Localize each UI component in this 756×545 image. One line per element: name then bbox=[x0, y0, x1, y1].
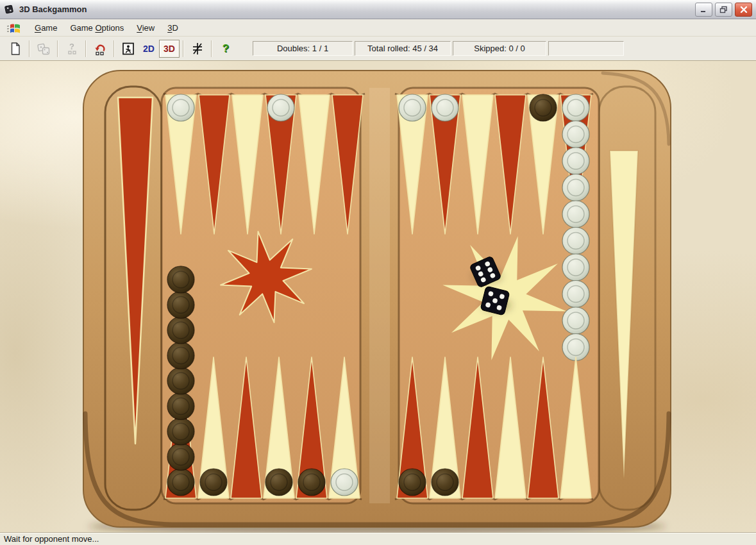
roll-dice-button[interactable] bbox=[33, 40, 54, 58]
edit-position-icon bbox=[121, 41, 136, 56]
help-icon: ? bbox=[223, 42, 229, 55]
checker-white[interactable] bbox=[562, 228, 589, 255]
skipped-panel: Skipped: 0 / 0 bbox=[453, 41, 546, 56]
menu-3d[interactable]: 3D bbox=[161, 21, 185, 35]
toolbar-separator bbox=[113, 40, 115, 57]
app-icon bbox=[4, 4, 15, 15]
checker-brown[interactable] bbox=[167, 367, 194, 394]
checker-white[interactable] bbox=[432, 94, 458, 121]
toolbar: ? 2D 3D bbox=[0, 37, 756, 61]
restore-icon bbox=[719, 6, 728, 13]
view-3d-button[interactable]: 3D bbox=[159, 40, 180, 58]
edit-position-button[interactable] bbox=[118, 40, 139, 58]
application-window: 3D Backgammon bbox=[0, 0, 756, 545]
checker-brown[interactable] bbox=[167, 469, 194, 496]
checker-white[interactable] bbox=[562, 174, 589, 201]
checker-white[interactable] bbox=[562, 307, 589, 334]
new-game-button[interactable] bbox=[5, 40, 26, 58]
checker-brown[interactable] bbox=[298, 469, 325, 496]
close-button[interactable] bbox=[735, 3, 752, 17]
close-icon bbox=[740, 6, 748, 13]
backgammon-board[interactable] bbox=[0, 61, 756, 532]
toolbar-separator bbox=[211, 40, 212, 57]
toolbar-status-panels: Doubles: 1 / 1 Total rolled: 45 / 34 Ski… bbox=[253, 41, 624, 56]
menu-game-options[interactable]: Game Options bbox=[63, 21, 130, 35]
checker-white[interactable] bbox=[562, 94, 589, 121]
game-area bbox=[0, 61, 756, 532]
centre-bar bbox=[369, 88, 390, 503]
checker-white[interactable] bbox=[331, 469, 358, 496]
restore-button[interactable] bbox=[715, 3, 732, 17]
status-bar: Wait for opponent move... bbox=[0, 532, 756, 545]
checker-brown[interactable] bbox=[432, 469, 458, 496]
checker-brown[interactable] bbox=[530, 94, 557, 121]
board-marks-button[interactable] bbox=[187, 40, 208, 58]
checker-brown[interactable] bbox=[167, 317, 194, 344]
toolbar-separator bbox=[57, 40, 58, 57]
undo-move-icon bbox=[92, 41, 108, 56]
checker-white[interactable] bbox=[562, 254, 589, 281]
view-2d-button[interactable]: 2D bbox=[139, 40, 159, 58]
toolbar-separator bbox=[85, 40, 87, 57]
checker-brown[interactable] bbox=[265, 469, 292, 496]
menu-bar: Game Game Options View 3D bbox=[0, 19, 756, 37]
new-document-icon bbox=[8, 41, 23, 56]
checker-white[interactable] bbox=[399, 94, 426, 121]
checker-brown[interactable] bbox=[167, 393, 194, 420]
view-3d-label: 3D bbox=[164, 44, 175, 54]
toolbar-separator bbox=[29, 40, 30, 57]
menu-game[interactable]: Game bbox=[28, 21, 63, 35]
hint-icon: ? bbox=[64, 41, 80, 56]
help-button[interactable]: ? bbox=[215, 40, 236, 58]
checker-white[interactable] bbox=[562, 281, 589, 308]
checker-brown[interactable] bbox=[167, 266, 194, 293]
view-2d-label: 2D bbox=[143, 44, 155, 54]
window-titlebar[interactable]: 3D Backgammon bbox=[0, 0, 756, 19]
minimize-icon bbox=[700, 6, 708, 13]
svg-text:?: ? bbox=[69, 42, 74, 51]
undo-move-button[interactable] bbox=[90, 40, 110, 58]
hint-button[interactable]: ? bbox=[62, 40, 82, 58]
checker-brown[interactable] bbox=[167, 418, 194, 445]
checker-brown[interactable] bbox=[200, 469, 227, 496]
status-text: Wait for opponent move... bbox=[4, 534, 99, 544]
windows-logo-icon bbox=[6, 21, 22, 35]
checker-brown[interactable] bbox=[167, 444, 194, 471]
checker-white[interactable] bbox=[562, 201, 589, 228]
checker-white[interactable] bbox=[167, 94, 194, 121]
checker-brown[interactable] bbox=[167, 292, 194, 319]
checker-white[interactable] bbox=[562, 121, 589, 148]
checker-white[interactable] bbox=[562, 147, 589, 174]
doubles-panel: Doubles: 1 / 1 bbox=[253, 41, 353, 56]
total-rolled-panel: Total rolled: 45 / 34 bbox=[355, 41, 451, 56]
window-title: 3D Backgammon bbox=[19, 4, 695, 14]
roll-dice-icon bbox=[36, 41, 51, 56]
hash-star-icon bbox=[190, 41, 205, 56]
menu-view[interactable]: View bbox=[130, 21, 161, 35]
extra-panel bbox=[548, 41, 624, 56]
checker-brown[interactable] bbox=[399, 469, 426, 496]
checker-brown[interactable] bbox=[167, 342, 194, 369]
minimize-button[interactable] bbox=[695, 3, 712, 17]
checker-white[interactable] bbox=[267, 94, 294, 121]
toolbar-separator bbox=[183, 40, 184, 57]
